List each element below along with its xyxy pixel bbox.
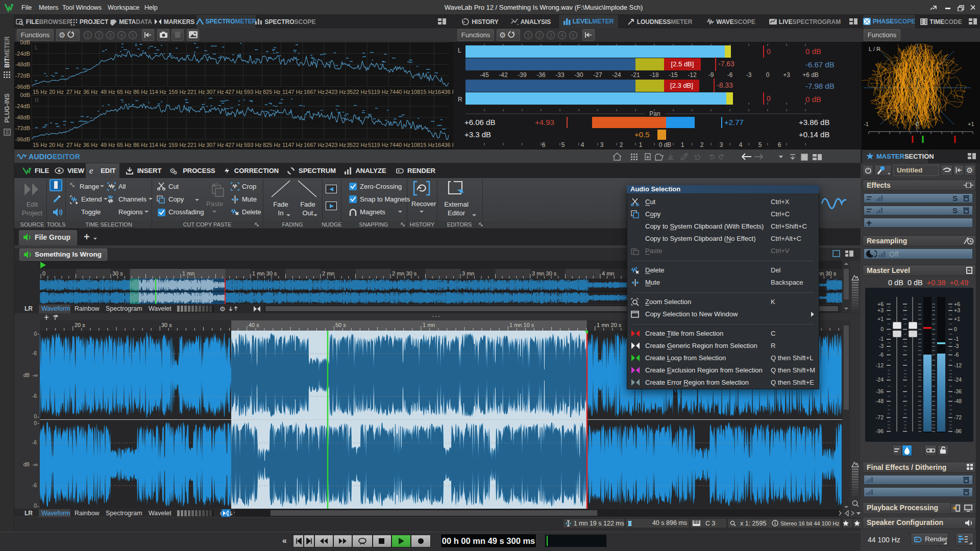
svg-text:36 Hz: 36 Hz bbox=[83, 89, 98, 95]
svg-text:+6: +6 bbox=[954, 301, 960, 307]
svg-text:40 s: 40 s bbox=[249, 322, 259, 328]
svg-text:3: 3 bbox=[720, 141, 723, 148]
svg-text:3522 Hz: 3522 Hz bbox=[347, 142, 368, 148]
svg-text:15 Hz: 15 Hz bbox=[33, 142, 47, 148]
svg-text:⚙: ⚙ bbox=[499, 31, 506, 39]
svg-text:-∞: -∞ bbox=[33, 462, 38, 467]
svg-text:-36: -36 bbox=[876, 388, 884, 394]
svg-text:-36: -36 bbox=[954, 388, 962, 394]
svg-text:-96dB: -96dB bbox=[15, 84, 30, 90]
svg-text:0: 0 bbox=[42, 270, 45, 277]
svg-text:-48dB: -48dB bbox=[15, 114, 30, 120]
svg-text:0: 0 bbox=[880, 326, 884, 332]
svg-text:-3: -3 bbox=[954, 343, 959, 349]
svg-text:-3: -3 bbox=[879, 343, 884, 349]
svg-text:65 Hz: 65 Hz bbox=[117, 89, 132, 95]
svg-text:4: 4 bbox=[560, 33, 564, 38]
svg-text:-∞: -∞ bbox=[33, 372, 38, 378]
svg-text:825 Hz: 825 Hz bbox=[263, 89, 281, 95]
svg-text:20 Hz: 20 Hz bbox=[49, 142, 64, 148]
svg-text:-24: -24 bbox=[876, 377, 884, 383]
svg-text:-72dB: -72dB bbox=[15, 125, 30, 131]
svg-text:0: 0 bbox=[954, 326, 957, 332]
svg-text:5119 Hz: 5119 Hz bbox=[368, 142, 388, 148]
svg-text:825 Hz: 825 Hz bbox=[263, 142, 281, 148]
svg-text:50 s: 50 s bbox=[335, 322, 346, 328]
svg-text:-24dB: -24dB bbox=[15, 103, 30, 109]
svg-text:2 mn: 2 mn bbox=[322, 270, 334, 277]
svg-text:4: 4 bbox=[581, 141, 584, 148]
svg-text:+3: +3 bbox=[954, 307, 960, 313]
svg-text:1147 Hz: 1147 Hz bbox=[282, 142, 303, 148]
svg-text:1: 1 bbox=[681, 141, 684, 148]
svg-text:-24dB: -24dB bbox=[15, 51, 30, 57]
svg-text:221 Hz: 221 Hz bbox=[187, 89, 205, 95]
svg-text:L: L bbox=[35, 44, 38, 51]
svg-text:dB: dB bbox=[23, 372, 30, 378]
svg-text:-12: -12 bbox=[876, 362, 884, 368]
svg-text:0: 0 bbox=[34, 503, 37, 509]
svg-text:1147 Hz: 1147 Hz bbox=[282, 89, 303, 95]
svg-text:1 mn 10 s: 1 mn 10 s bbox=[509, 322, 534, 328]
svg-text:307 Hz: 307 Hz bbox=[206, 89, 224, 95]
svg-text:10815 Hz: 10815 Hz bbox=[411, 89, 435, 95]
svg-text:-12: -12 bbox=[954, 362, 962, 368]
svg-text:+1: +1 bbox=[954, 316, 960, 322]
svg-text:27 Hz: 27 Hz bbox=[66, 89, 81, 95]
svg-text:0: 0 bbox=[34, 414, 37, 419]
svg-text:e: e bbox=[89, 167, 93, 175]
svg-text:2423 Hz: 2423 Hz bbox=[325, 142, 346, 148]
svg-text:1667 Hz: 1667 Hz bbox=[304, 142, 325, 148]
svg-text:1 mn: 1 mn bbox=[423, 322, 435, 328]
svg-text:593 Hz: 593 Hz bbox=[244, 89, 262, 95]
svg-text:5: 5 bbox=[561, 141, 565, 148]
svg-text:5: 5 bbox=[758, 141, 762, 148]
svg-text:5119 Hz: 5119 Hz bbox=[368, 89, 388, 95]
svg-text:-48dB: -48dB bbox=[15, 61, 30, 67]
svg-text:36 Hz: 36 Hz bbox=[83, 142, 98, 148]
svg-text:0 dB: 0 dB bbox=[659, 141, 672, 148]
svg-text:⚙: ⚙ bbox=[966, 166, 973, 174]
svg-text:427 Hz: 427 Hz bbox=[225, 142, 243, 148]
svg-text:4: 4 bbox=[739, 141, 743, 148]
svg-text:86 Hz: 86 Hz bbox=[133, 89, 148, 95]
svg-text:0: 0 bbox=[34, 420, 37, 426]
svg-text:-6: -6 bbox=[32, 350, 37, 356]
svg-text:-1: -1 bbox=[954, 336, 959, 342]
svg-text:-72: -72 bbox=[954, 414, 962, 420]
svg-text:1 mn 30 s: 1 mn 30 s bbox=[252, 270, 277, 277]
svg-text:⚙: ⚙ bbox=[173, 170, 178, 174]
svg-text:3522 Hz: 3522 Hz bbox=[347, 89, 368, 95]
svg-text:2: 2 bbox=[538, 33, 541, 38]
svg-text:30 s: 30 s bbox=[112, 270, 123, 277]
svg-text:27 Hz: 27 Hz bbox=[66, 142, 81, 148]
svg-text:6: 6 bbox=[778, 141, 781, 148]
svg-text:-6: -6 bbox=[879, 352, 884, 358]
svg-text:3 mn: 3 mn bbox=[462, 270, 474, 277]
svg-text:114 Hz: 114 Hz bbox=[149, 142, 166, 148]
svg-text:30 s: 30 s bbox=[161, 322, 172, 328]
svg-text:159 Hz: 159 Hz bbox=[168, 142, 186, 148]
svg-text:65 Hz: 65 Hz bbox=[117, 142, 132, 148]
svg-text:1 mn 20 s: 1 mn 20 s bbox=[597, 322, 622, 328]
svg-text:86 Hz: 86 Hz bbox=[133, 142, 148, 148]
svg-text:-6: -6 bbox=[32, 393, 37, 399]
svg-text:-48: -48 bbox=[876, 398, 884, 404]
svg-text:1: 1 bbox=[527, 33, 530, 38]
svg-text:2 mn 30 s: 2 mn 30 s bbox=[392, 270, 417, 277]
svg-text:7440 Hz: 7440 Hz bbox=[389, 89, 410, 95]
svg-text:4 mn: 4 mn bbox=[602, 270, 614, 277]
svg-text:-6: -6 bbox=[954, 352, 959, 358]
svg-text:3: 3 bbox=[549, 33, 552, 38]
svg-text:1: 1 bbox=[639, 141, 643, 148]
svg-text:10815 Hz: 10815 Hz bbox=[411, 142, 435, 148]
svg-text:1 mn: 1 mn bbox=[182, 270, 194, 277]
svg-text:221 Hz: 221 Hz bbox=[187, 142, 205, 148]
svg-text:-72: -72 bbox=[876, 414, 884, 420]
svg-text:-96: -96 bbox=[954, 428, 962, 434]
svg-text:49 Hz: 49 Hz bbox=[101, 142, 115, 148]
svg-text:-72dB: -72dB bbox=[15, 72, 30, 79]
svg-text:-96dB: -96dB bbox=[15, 136, 30, 142]
svg-text:15 Hz: 15 Hz bbox=[33, 89, 47, 95]
svg-text:2423 Hz: 2423 Hz bbox=[325, 89, 346, 95]
